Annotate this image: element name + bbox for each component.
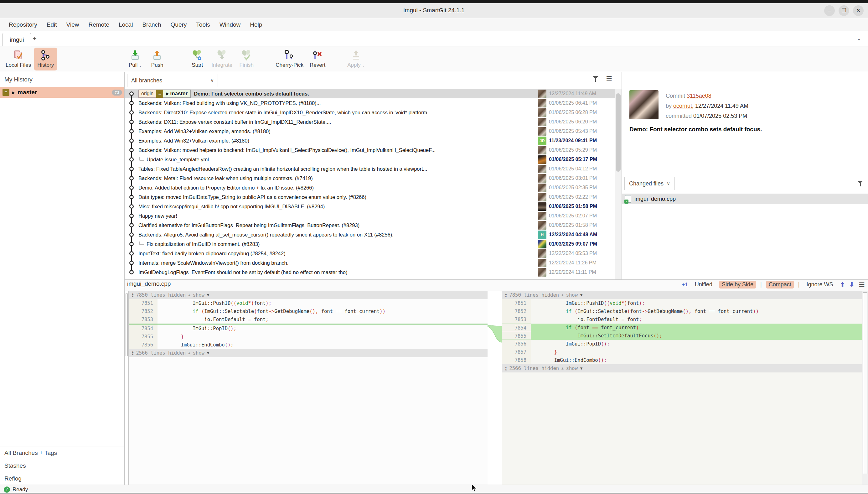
hidden-lines-bar[interactable]: ▲▲2566 lines hidden▲show▼: [502, 364, 862, 373]
show-down-icon[interactable]: ▼: [207, 349, 209, 357]
titlebar[interactable]: imgui - SmartGit 24.1.1 – ❐ ✕: [0, 3, 868, 18]
diff-line[interactable]: 7853 io.FontDefault = font;: [502, 316, 862, 324]
maximize-button[interactable]: ❐: [839, 5, 849, 16]
diff-line[interactable]: 7853 io.FontDefault = font;: [129, 316, 488, 324]
commit-row[interactable]: Backends: DX11: Expose vertex constant b…: [125, 117, 615, 127]
scrollbar-thumb[interactable]: [616, 93, 620, 172]
local-files-button[interactable]: Local Files: [2, 48, 34, 71]
commit-row[interactable]: Backends: Vulkan: Fixed building with us…: [125, 98, 615, 108]
ignore-ws-toggle[interactable]: Ignore WS: [804, 281, 835, 288]
view-side-by-side-button[interactable]: Side by Side: [719, 281, 756, 288]
commit-row[interactable]: Examples: Add Win32+Vulkan example. (#81…: [125, 136, 615, 145]
scrollbar-thumb[interactable]: [863, 292, 867, 474]
new-tab-button[interactable]: +: [33, 35, 37, 43]
my-history-header[interactable]: My History: [0, 72, 124, 87]
diff-line[interactable]: 7855 }: [129, 333, 488, 341]
diff-line[interactable]: 7858 ImGui::EndCombo();: [502, 356, 862, 364]
expand-up-icon[interactable]: ▲▲: [132, 351, 133, 355]
menu-help[interactable]: Help: [245, 19, 267, 30]
commit-row[interactable]: Internals: merge ScaleWindowsInViewport(…: [125, 258, 615, 267]
commit-row[interactable]: Backends: Allegro5: Avoid calling al_set…: [125, 230, 615, 239]
menu-icon[interactable]: ☰: [606, 76, 612, 82]
show-up-icon[interactable]: ▲: [561, 364, 564, 373]
commit-row[interactable]: Backends: Vulkan: moved helpers to backe…: [125, 145, 615, 155]
commit-row[interactable]: Demo: Added label edition to Property Ed…: [125, 183, 615, 192]
menu-window[interactable]: Window: [215, 19, 245, 30]
menu-query[interactable]: Query: [166, 19, 191, 30]
commit-row[interactable]: ImGuiDebugLogFlags_EventFont should not …: [125, 267, 615, 277]
diff-line[interactable]: 7852 if (ImGui::Selectable(font->GetDebu…: [502, 307, 862, 316]
diff-line[interactable]: 7851 ImGui::PushID((void*)font);: [129, 299, 488, 307]
hidden-lines-bar[interactable]: ▲▲2566 lines hidden▲show▼: [129, 349, 488, 357]
menu-icon[interactable]: ☰: [859, 282, 865, 288]
diff-line[interactable]: 7854 ImGui::PopID();: [129, 325, 488, 333]
commit-row[interactable]: Examples: Add Win32+Vulkan example, amen…: [125, 127, 615, 136]
filter-icon[interactable]: [857, 180, 864, 187]
tab-imgui[interactable]: imgui: [2, 33, 31, 47]
diff-line[interactable]: 7851 ImGui::PushID((void*)font);: [502, 299, 862, 307]
sidebar-section-reflog[interactable]: Reflog: [0, 472, 124, 484]
close-button[interactable]: ✕: [853, 5, 864, 16]
show-up-icon[interactable]: ▲: [561, 291, 564, 299]
commit-row[interactable]: Fix capitalization of ImGuiID in comment…: [125, 239, 615, 249]
diff-line[interactable]: 7857 }: [502, 348, 862, 356]
commit-row[interactable]: InputText: fixed badly broken clipboard …: [125, 249, 615, 258]
menu-tools[interactable]: Tools: [192, 19, 214, 30]
show-up-icon[interactable]: ▲: [188, 349, 191, 357]
show-up-icon[interactable]: ▲: [188, 291, 191, 299]
commit-row[interactable]: Backends: DirectX10: Expose selected ren…: [125, 108, 615, 117]
expand-up-icon[interactable]: ▲▲: [505, 293, 507, 297]
local-branch-badge[interactable]: ▶master: [163, 90, 191, 98]
diff-line[interactable]: 7854 if (font == font_current): [502, 324, 862, 332]
commit-row[interactable]: Data types: moved ImGuiDataType_String t…: [125, 192, 615, 202]
next-change-icon[interactable]: ⬇: [849, 281, 854, 288]
menu-remote[interactable]: Remote: [84, 19, 114, 30]
commit-row[interactable]: Misc: fixed misc/cpp/imgui_stdlib.h/.cpp…: [125, 202, 615, 211]
hidden-lines-bar[interactable]: ▲▲7850 lines hidden▲show▼: [129, 291, 488, 299]
push-button[interactable]: Push: [146, 48, 168, 71]
show-down-icon[interactable]: ▼: [580, 291, 583, 299]
menu-branch[interactable]: Branch: [138, 19, 165, 30]
changed-file-row[interactable]: imgui_demo.cpp: [622, 194, 868, 204]
prev-change-icon[interactable]: ⬆: [840, 281, 845, 288]
sidebar-section-all-branches-tags[interactable]: All Branches + Tags: [0, 446, 124, 459]
menu-repository[interactable]: Repository: [4, 19, 42, 30]
expand-up-icon[interactable]: ▲▲: [132, 293, 133, 297]
commit-hash-link[interactable]: 3115ae08: [687, 93, 711, 99]
scrollbar-thumb[interactable]: [125, 293, 128, 356]
author-link[interactable]: ocornut: [673, 103, 692, 109]
sidebar-item-master[interactable]: = ▶ master CI: [0, 87, 124, 98]
hidden-lines-bar[interactable]: ▲▲7850 lines hidden▲show▼: [502, 291, 862, 299]
branch-filter-combo[interactable]: All branches ∨: [127, 74, 218, 87]
left-pane-scrollbar[interactable]: [125, 291, 129, 484]
commit-list-scrollbar[interactable]: [615, 89, 622, 280]
commit-row[interactable]: origin=▶masterDemo: Font selector combo …: [125, 89, 615, 98]
revert-button[interactable]: Revert: [307, 48, 329, 71]
commit-row[interactable]: Happy new year!01/06/2025 02:07 PM: [125, 211, 615, 221]
commit-row[interactable]: Clarified alternative for ImGuiButtonFla…: [125, 221, 615, 230]
commit-row[interactable]: Update issue_template.yml01/06/2025 05:1…: [125, 155, 615, 164]
menu-view[interactable]: View: [62, 19, 84, 30]
menu-local[interactable]: Local: [114, 19, 137, 30]
diff-line[interactable]: 7856 ImGui::PopID();: [502, 340, 862, 348]
chevron-down-icon[interactable]: ⌄: [857, 36, 861, 42]
diff-line[interactable]: 7855 ImGui::SetItemDefaultFocus();: [502, 332, 862, 340]
pull-button[interactable]: Pull⌄: [124, 48, 146, 71]
show-down-icon[interactable]: ▼: [207, 291, 209, 299]
expand-up-icon[interactable]: ▲▲: [505, 366, 507, 370]
filter-icon[interactable]: [593, 76, 599, 82]
history-button[interactable]: History: [34, 48, 57, 71]
commit-row[interactable]: Tables: Fixed TableAngledHeadersRow() cr…: [125, 164, 615, 173]
diff-scrollbar[interactable]: [862, 291, 868, 484]
cherry-pick-button[interactable]: Cherry-Pick: [272, 48, 307, 71]
commit-row[interactable]: Backends: Metal: Fixed resource leak whe…: [125, 173, 615, 183]
view-unified-button[interactable]: Unified: [692, 281, 715, 288]
show-down-icon[interactable]: ▼: [580, 364, 583, 373]
start-button[interactable]: Start: [186, 48, 208, 71]
diff-line[interactable]: 7852 if (ImGui::Selectable(font->GetDebu…: [129, 307, 488, 316]
minimize-button[interactable]: –: [824, 5, 835, 16]
compact-toggle[interactable]: Compact: [766, 281, 794, 288]
sidebar-section-stashes[interactable]: Stashes: [0, 459, 124, 472]
menu-edit[interactable]: Edit: [42, 19, 61, 30]
changed-files-dropdown[interactable]: Changed files ∨: [625, 177, 675, 190]
